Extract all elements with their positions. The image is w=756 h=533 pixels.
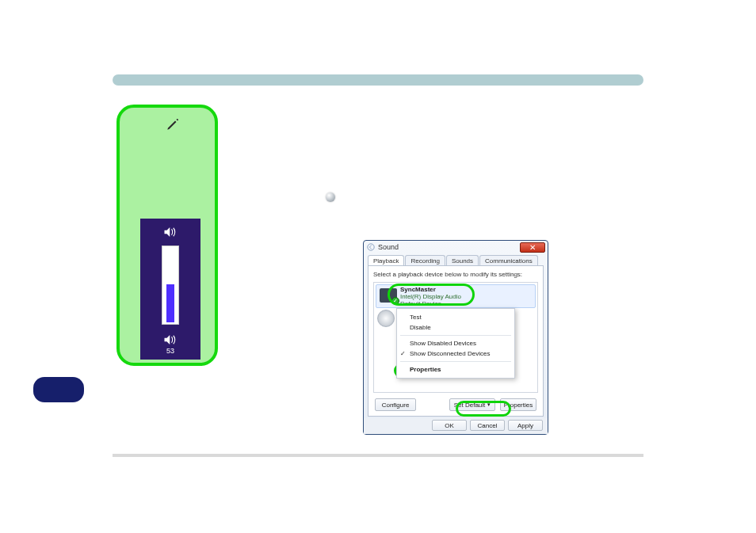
back-icon[interactable] bbox=[367, 243, 375, 251]
menu-separator bbox=[400, 361, 511, 362]
svg-point-0 bbox=[368, 244, 374, 250]
configure-button[interactable]: Configure bbox=[375, 398, 416, 411]
tab-recording[interactable]: Recording bbox=[405, 255, 445, 266]
monitor-icon: ✓ bbox=[380, 288, 397, 303]
menu-show-disconnected[interactable]: Show Disconnected Devices bbox=[397, 348, 514, 359]
page-divider bbox=[113, 454, 643, 457]
speaker-disc-icon bbox=[377, 310, 395, 327]
context-menu: Test Disable Show Disabled Devices Show … bbox=[396, 308, 515, 379]
menu-test[interactable]: Test bbox=[397, 312, 514, 322]
volume-panel: 53 bbox=[116, 105, 218, 366]
orb-icon bbox=[326, 192, 335, 202]
device-list[interactable]: ✓ SyncMaster Intel(R) Display Audio Defa… bbox=[373, 282, 538, 393]
playback-panel: Select a playback device below to modify… bbox=[368, 265, 544, 417]
set-default-button[interactable]: Set Default ▾ bbox=[449, 398, 495, 411]
page-root: 53 Sound ✕ Playback Recording Sounds Com… bbox=[0, 0, 756, 533]
properties-button[interactable]: Properties bbox=[500, 398, 536, 411]
device-second[interactable]: Test Disable Show Disabled Devices Show … bbox=[374, 310, 537, 313]
dialog-title: Sound bbox=[378, 243, 399, 251]
dialog-button-row: OK Cancel Apply bbox=[364, 418, 548, 434]
close-button[interactable]: ✕ bbox=[520, 242, 545, 253]
volume-slider[interactable] bbox=[162, 246, 179, 325]
device-status: Default Device bbox=[400, 301, 461, 308]
menu-disable[interactable]: Disable bbox=[397, 322, 514, 333]
apply-button[interactable]: Apply bbox=[508, 420, 543, 431]
volume-flyout[interactable]: 53 bbox=[140, 219, 200, 360]
menu-show-disabled[interactable]: Show Disabled Devices bbox=[397, 338, 514, 348]
sound-dialog: Sound ✕ Playback Recording Sounds Commun… bbox=[363, 240, 548, 435]
ok-button[interactable]: OK bbox=[432, 420, 467, 431]
tab-communications[interactable]: Communications bbox=[479, 255, 538, 266]
panel-instruction: Select a playback device below to modify… bbox=[373, 271, 522, 278]
device-text: SyncMaster Intel(R) Display Audio Defaul… bbox=[400, 287, 461, 307]
check-icon: ✓ bbox=[391, 297, 399, 305]
menu-properties[interactable]: Properties bbox=[397, 364, 514, 375]
chevron-down-icon: ▾ bbox=[487, 402, 491, 408]
close-icon: ✕ bbox=[529, 243, 536, 252]
tab-playback[interactable]: Playback bbox=[368, 255, 404, 266]
cancel-button[interactable]: Cancel bbox=[470, 420, 505, 431]
device-syncmaster[interactable]: ✓ SyncMaster Intel(R) Display Audio Defa… bbox=[376, 284, 536, 308]
speaker-icon bbox=[163, 227, 178, 241]
set-default-label: Set Default bbox=[454, 402, 486, 409]
menu-separator bbox=[400, 335, 511, 336]
volume-value: 53 bbox=[163, 347, 178, 355]
tip-bar bbox=[113, 74, 643, 86]
page-badge bbox=[33, 377, 84, 402]
pen-icon bbox=[166, 117, 180, 131]
volume-fill bbox=[166, 284, 174, 322]
speaker-mute-icon[interactable]: 53 bbox=[163, 334, 178, 355]
tab-bar: Playback Recording Sounds Communications bbox=[368, 255, 538, 266]
tab-sounds[interactable]: Sounds bbox=[446, 255, 479, 266]
